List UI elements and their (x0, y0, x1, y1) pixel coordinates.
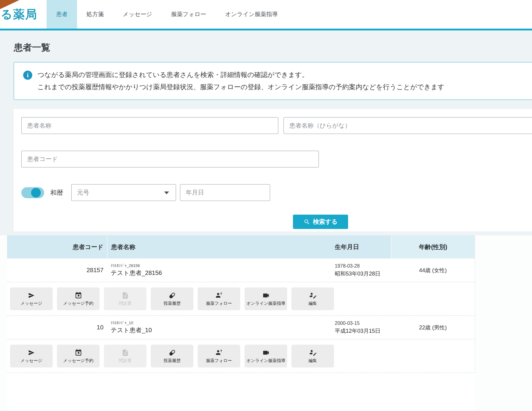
results-section: 患者コード 患者名称 生年月日 年齢(性別) 28157 ﾃｽﾄｶﾝｼﾞｬ_28… (0, 235, 532, 411)
patient-list-section: 患者一覧 i つながる薬局の管理画面に登録されている患者さんを検索・詳細情報の確… (0, 41, 532, 235)
tab-patients[interactable]: 患者 (47, 0, 77, 29)
patient-actions-row: メッセージ メッセージ予約 問診票 投薬履歴 ? 服薬フォロー オンライン服薬指… (7, 282, 475, 315)
medication-follow-button[interactable]: ? 服薬フォロー (198, 345, 240, 367)
patient-birth-cell: 1978-03-28 昭和53年03月28日 (331, 263, 391, 277)
video-camera-icon (262, 349, 270, 357)
patient-birth-cell: 2000-03-15 平成12年03月15日 (331, 321, 391, 335)
wareki-label: 和暦 (50, 188, 63, 197)
svg-text:?: ? (220, 292, 222, 295)
patient-code-input[interactable] (21, 151, 319, 167)
table-header-row: 患者コード 患者名称 生年月日 年齢(性別) (7, 235, 475, 258)
action-label: 問診票 (119, 301, 132, 306)
action-label: 投薬履歴 (164, 358, 181, 364)
medication-follow-button[interactable]: ? 服薬フォロー (198, 287, 240, 310)
action-label: メッセージ予約 (63, 301, 93, 306)
info-text: つながる薬局の管理画面に登録されている患者さんを検索・詳細情報の確認ができます。… (37, 69, 445, 93)
patient-name-kana: ﾃｽﾄｶﾝｼﾞｬ_10 (111, 321, 331, 325)
edit-button[interactable]: 編集 (291, 287, 334, 310)
patient-kana-input[interactable] (284, 117, 532, 134)
tab-label: 患者 (56, 10, 68, 18)
tab-online-guidance[interactable]: オンライン服薬指導 (216, 0, 287, 29)
era-select[interactable]: 元号 (71, 184, 176, 201)
action-label: 編集 (308, 301, 317, 306)
date-input[interactable] (180, 184, 270, 201)
tab-label: オンライン服薬指導 (225, 10, 278, 18)
person-question-icon: ? (215, 292, 223, 299)
search-button-label: 検索する (313, 218, 338, 226)
wareki-toggle-knob (31, 188, 41, 198)
patient-birthdate-wareki: 昭和53年03月28日 (335, 270, 391, 277)
tab-label: 服薬フォロー (171, 10, 206, 18)
patient-age: 22歳 (男性) (391, 324, 475, 331)
era-select-value: 元号 (77, 188, 89, 197)
action-label: メッセージ (20, 358, 42, 364)
action-label: メッセージ予約 (63, 358, 93, 364)
action-label: 投薬履歴 (164, 301, 181, 306)
edit-button[interactable]: 編集 (291, 345, 334, 367)
calendar-icon (75, 292, 82, 299)
wareki-toggle[interactable] (21, 187, 44, 198)
info-banner: i つながる薬局の管理画面に登録されている患者さんを検索・詳細情報の確認ができま… (14, 62, 532, 100)
capsule-icon (168, 349, 176, 357)
action-label: オンライン服薬指導 (246, 358, 285, 364)
patient-row: 10 ﾃｽﾄｶﾝｼﾞｬ_10 テスト患者_10 2000-03-15 平成12年… (7, 316, 475, 339)
video-camera-icon (262, 292, 270, 299)
medication-history-button[interactable]: 投薬履歴 (151, 345, 193, 367)
search-icon (304, 219, 310, 225)
top-nav: る薬局 患者 処方箋 メッセージ 服薬フォロー オンライン服薬指導 (0, 0, 532, 29)
patient-name-kana: ﾃｽﾄｶﾝｼﾞｬ_28156 (111, 263, 331, 268)
action-label: メッセージ (20, 301, 42, 306)
patient-birthdate-wareki: 平成12年03月15日 (335, 327, 391, 335)
message-button[interactable]: メッセージ (10, 345, 53, 367)
tab-prescriptions[interactable]: 処方箋 (77, 0, 113, 29)
message-reservation-button[interactable]: メッセージ予約 (57, 287, 100, 310)
send-icon (28, 349, 35, 357)
corner-ribbon (0, 0, 19, 9)
tab-medication-follow[interactable]: 服薬フォロー (162, 0, 216, 29)
person-edit-icon (309, 292, 317, 299)
tab-label: 処方箋 (86, 10, 104, 18)
tab-messages[interactable]: メッセージ (113, 0, 162, 29)
patient-age: 44歳 (女性) (391, 267, 475, 274)
action-label: 服薬フォロー (206, 358, 232, 364)
patient-row: 28157 ﾃｽﾄｶﾝｼﾞｬ_28156 テスト患者_28156 1978-03… (7, 258, 475, 282)
search-button[interactable]: 検索する (293, 215, 348, 229)
action-label: 編集 (308, 358, 317, 364)
info-line-2: これまでの投薬履歴情報やかかりつけ薬局登録状況、服薬フォローの登録、オンライン服… (37, 81, 445, 93)
patient-birthdate: 1978-03-28 (335, 263, 391, 269)
patient-name-cell: ﾃｽﾄｶﾝｼﾞｬ_28156 テスト患者_28156 (107, 263, 331, 277)
medication-history-button[interactable]: 投薬履歴 (151, 287, 193, 310)
page-title: 患者一覧 (14, 41, 532, 54)
col-header-name: 患者名称 (107, 235, 331, 258)
action-label: 服薬フォロー (206, 301, 232, 306)
patient-name: テスト患者_10 (111, 326, 331, 334)
message-button[interactable]: メッセージ (10, 287, 53, 310)
patient-name: テスト患者_28156 (111, 269, 331, 277)
patients-table: 患者コード 患者名称 生年月日 年齢(性別) 28157 ﾃｽﾄｶﾝｼﾞｬ_28… (7, 235, 475, 411)
caret-down-icon (164, 191, 169, 194)
nav-tabs: 患者 処方箋 メッセージ 服薬フォロー オンライン服薬指導 (47, 0, 287, 29)
capsule-icon (168, 292, 176, 299)
patient-name-cell: ﾃｽﾄｶﾝｼﾞｬ_10 テスト患者_10 (107, 321, 331, 334)
search-panel: 和暦 元号 検索する (14, 109, 532, 231)
send-icon (28, 292, 35, 299)
info-icon: i (23, 71, 32, 80)
col-header-birthdate: 生年月日 (331, 235, 391, 258)
person-question-icon: ? (215, 349, 223, 357)
message-reservation-button[interactable]: メッセージ予約 (57, 345, 100, 367)
person-edit-icon (309, 349, 317, 357)
online-guidance-button[interactable]: オンライン服薬指導 (245, 345, 287, 367)
action-label: オンライン服薬指導 (246, 301, 285, 306)
questionnaire-button: 問診票 (104, 345, 146, 367)
patient-name-input[interactable] (21, 117, 278, 134)
col-header-code: 患者コード (7, 235, 107, 258)
online-guidance-button[interactable]: オンライン服薬指導 (245, 287, 287, 310)
col-header-age: 年齢(性別) (391, 235, 475, 258)
patient-code: 28157 (7, 267, 107, 274)
header-accent-line (0, 29, 532, 30)
calendar-icon (75, 349, 82, 357)
info-line-1: つながる薬局の管理画面に登録されている患者さんを検索・詳細情報の確認ができます。 (37, 69, 445, 81)
patient-code: 10 (7, 324, 107, 331)
patient-birthdate: 2000-03-15 (335, 321, 391, 326)
table-empty-space (7, 373, 475, 411)
